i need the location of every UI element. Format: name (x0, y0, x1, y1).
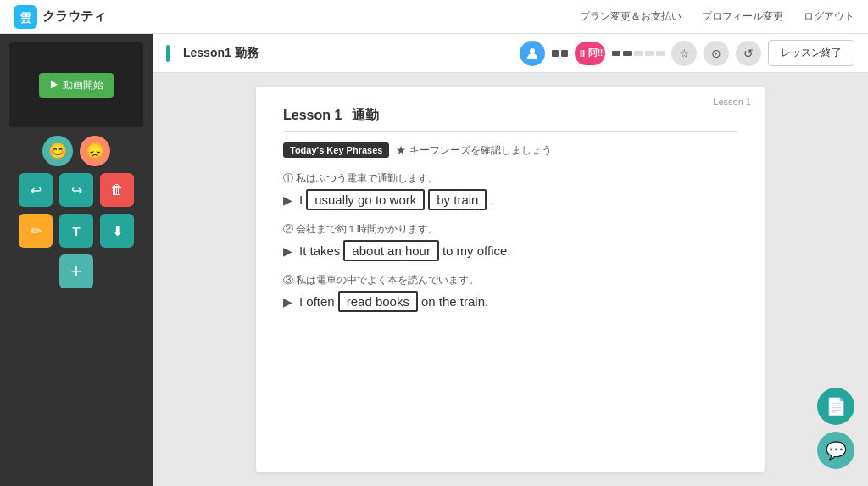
svg-point-2 (530, 48, 535, 53)
en-after-3: on the train. (421, 294, 488, 309)
en-after-1: . (490, 193, 493, 207)
add-btn[interactable]: + (59, 254, 93, 288)
toolbar-controls: ⏸ 阿‼ ☆ ⊙ ↺ レッスン終了 (520, 40, 854, 66)
header: 雲 クラウティ プラン変更＆お支払い プロフィール変更 ログアウト (0, 0, 868, 34)
en-line-2: ▶ It takes about an hour to my office. (283, 240, 737, 261)
bar-control-1 (552, 50, 568, 57)
download-btn[interactable]: ⬇ (100, 214, 134, 248)
lesson-page: Lesson 1 Lesson 1 通勤 Today's Key Phrases… (256, 87, 765, 472)
sentence-block-3: ③ 私は電車の中でよく本を読んでいます。 ▶ I often read book… (283, 273, 737, 312)
pause-label: 阿‼ (588, 47, 604, 59)
prog-2 (623, 51, 632, 56)
content-area: Lesson1 勤務 ⏸ 阿‼ (153, 34, 868, 486)
page-label: Lesson 1 (713, 97, 751, 107)
edit-btn[interactable]: ✏ (19, 214, 53, 248)
chat-fab[interactable]: 💬 (817, 432, 854, 469)
lesson-heading-title: 通勤 (352, 107, 379, 125)
lesson-indicator (166, 45, 170, 62)
jp-text-3: ③ 私は電車の中でよく本を読んでいます。 (283, 273, 737, 288)
prog-3 (634, 51, 643, 56)
star-btn[interactable]: ☆ (671, 41, 697, 66)
pause-icon: ⏸ (577, 48, 587, 59)
lesson-content: Lesson 1 Lesson 1 通勤 Today's Key Phrases… (153, 73, 868, 486)
en-before-1: I (299, 193, 303, 207)
delete-btn[interactable]: 🗑 (100, 173, 134, 207)
lesson-toolbar: Lesson1 勤務 ⏸ 阿‼ (153, 34, 868, 73)
text-btn[interactable]: T (59, 214, 93, 248)
sentence-block-1: ① 私はふつう電車で通勤します。 ▶ I usually go to work … (283, 171, 737, 210)
arrow-1: ▶ (283, 193, 292, 207)
sidebar: ▶ 動画開始 😊 😞 ↩ ↪ 🗑 ✏ T ⬇ + (0, 34, 153, 486)
refresh-btn[interactable]: ↺ (736, 41, 761, 66)
highlight-readbooks: read books (338, 291, 418, 312)
happy-emoji-btn[interactable]: 😊 (42, 136, 73, 166)
lesson-title: Lesson1 勤務 (183, 46, 259, 61)
plan-change-link[interactable]: プラン変更＆お支払い (580, 9, 682, 24)
tool-row-1: ↩ ↪ 🗑 (19, 173, 134, 207)
pause-btn[interactable]: ⏸ 阿‼ (575, 42, 605, 65)
main: ▶ 動画開始 😊 😞 ↩ ↪ 🗑 ✏ T ⬇ + Lesson1 勤務 (0, 34, 868, 486)
prog-1 (612, 51, 620, 56)
undo-btn[interactable]: ↩ (19, 173, 53, 207)
logo-text: クラウティ (42, 8, 106, 25)
svg-text:雲: 雲 (19, 11, 31, 25)
avatar-icon (520, 41, 545, 66)
en-after-2: to my office. (442, 243, 511, 258)
en-line-1: ▶ I usually go to work by train . (283, 189, 737, 210)
play-button[interactable]: ▶ 動画開始 (39, 73, 113, 98)
sentence-block-2: ② 会社まで約１時間かかります。 ▶ It takes about an hou… (283, 222, 737, 261)
redo-btn[interactable]: ↪ (59, 173, 93, 207)
highlight-hour: about an hour (343, 240, 439, 261)
highlight-bytrain: by train (428, 189, 487, 210)
key-phrase-bar: Today's Key Phrases ★ キーフレーズを確認しましょう (283, 142, 737, 158)
profile-change-link[interactable]: プロフィール変更 (702, 9, 783, 24)
en-line-3: ▶ I often read books on the train. (283, 291, 737, 312)
en-before-3: I often (299, 294, 335, 309)
logo-icon: 雲 (14, 5, 37, 29)
end-lesson-btn[interactable]: レッスン終了 (768, 40, 854, 66)
key-phrase-badge: Today's Key Phrases (283, 142, 389, 158)
en-before-2: It takes (299, 243, 340, 258)
lesson-heading-num: Lesson 1 (283, 108, 342, 123)
lesson-heading: Lesson 1 通勤 (283, 107, 737, 132)
tool-row-2: ✏ T ⬇ (19, 214, 134, 248)
dot-2 (561, 50, 568, 57)
video-thumbnail: ▶ 動画開始 (9, 42, 143, 127)
fab-area: 📄 💬 (817, 388, 854, 469)
header-nav: プラン変更＆お支払い プロフィール変更 ログアウト (580, 9, 854, 24)
prog-5 (656, 51, 665, 56)
highlight-usually: usually go to work (306, 189, 425, 210)
sad-emoji-btn[interactable]: 😞 (80, 136, 110, 166)
logout-link[interactable]: ログアウト (804, 9, 854, 24)
jp-text-1: ① 私はふつう電車で通勤します。 (283, 171, 737, 186)
prog-4 (645, 51, 654, 56)
document-fab[interactable]: 📄 (817, 388, 854, 425)
logo-area: 雲 クラウティ (14, 5, 106, 29)
arrow-3: ▶ (283, 295, 292, 309)
key-phrase-text: ★ キーフレーズを確認しましょう (396, 143, 551, 158)
emoji-controls: 😊 😞 (42, 136, 110, 166)
settings-btn[interactable]: ⊙ (704, 41, 729, 66)
arrow-2: ▶ (283, 244, 292, 258)
progress-bar (612, 51, 665, 56)
dot-1 (552, 50, 559, 57)
jp-text-2: ② 会社まで約１時間かかります。 (283, 222, 737, 237)
